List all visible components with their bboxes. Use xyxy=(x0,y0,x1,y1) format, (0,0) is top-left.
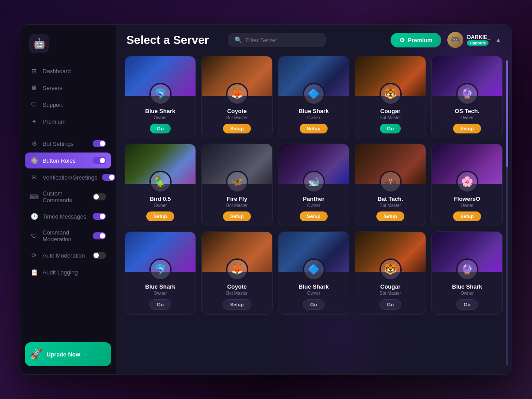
server-avatar: 🦋 xyxy=(226,171,248,193)
scrollbar-track[interactable] xyxy=(506,60,508,365)
auto-mod-icon: ⟳ xyxy=(30,251,38,259)
sidebar-item-label: Audit Logging xyxy=(43,269,78,276)
sidebar-item-label: Auto Moderation xyxy=(43,252,85,259)
search-bar[interactable]: 🔍 xyxy=(228,33,326,47)
server-card[interactable]: 🦇 Bat Tach. Bot Master Setup xyxy=(355,144,426,226)
sidebar-item-dashboard[interactable]: ⊞ Dashboard xyxy=(25,63,111,79)
server-role: Bot Master xyxy=(379,115,401,120)
server-action-button[interactable]: Setup xyxy=(453,211,481,221)
sidebar-item-verification[interactable]: ✉ Verification/Greetings xyxy=(25,169,111,185)
server-action-button[interactable]: Setup xyxy=(376,211,404,221)
user-name: DARKIE_ xyxy=(467,34,490,40)
server-action-button[interactable]: Setup xyxy=(300,211,328,221)
server-action-button[interactable]: Setup xyxy=(223,299,251,310)
server-role: Owner xyxy=(461,203,473,208)
server-card[interactable]: 🐬 Blue Shark Owner Go xyxy=(125,56,196,138)
sidebar-nav: ⊞ Dashboard 🖥 Servers 🛡 Support ✦ Premiu… xyxy=(20,63,116,337)
server-action-button[interactable]: Go xyxy=(150,124,171,133)
server-card[interactable]: 🐋 Panther Owner Setup xyxy=(278,144,349,226)
card-banner: 🔷 xyxy=(278,56,349,96)
server-name: Coyote xyxy=(227,108,246,114)
server-name: Coyote xyxy=(227,283,246,290)
server-card[interactable]: 🦜 Bird 0.5 Owner Setup xyxy=(125,144,196,226)
server-role: Owner xyxy=(154,115,167,120)
sidebar-item-label: Support xyxy=(43,102,63,108)
server-name: FlowersO xyxy=(454,196,480,202)
sidebar-item-audit-logging[interactable]: 📋 Audit Logging xyxy=(25,264,111,280)
timed-messages-toggle[interactable] xyxy=(93,213,106,220)
auto-moderation-toggle[interactable] xyxy=(93,252,106,259)
verification-icon: ✉ xyxy=(30,173,38,181)
sidebar-item-label: Premium xyxy=(43,118,66,125)
server-action-button[interactable]: Go xyxy=(303,299,325,310)
server-role: Bot Master xyxy=(226,291,247,296)
robot-icon: 🤖 xyxy=(33,38,45,49)
user-badge: Upgrade xyxy=(467,40,489,46)
bot-settings-toggle[interactable] xyxy=(93,140,106,147)
verification-toggle[interactable] xyxy=(102,174,115,181)
server-card[interactable]: 🐯 Cougar Bot Master Go xyxy=(355,231,426,315)
server-card[interactable]: 🐯 Cougar Bot Master Go xyxy=(355,56,426,138)
sidebar-item-custom-commands[interactable]: ⌨ Custom Commands xyxy=(25,186,111,207)
server-action-button[interactable]: Go xyxy=(379,299,401,310)
timed-messages-icon: 🕐 xyxy=(30,212,38,220)
server-action-button[interactable]: Setup xyxy=(453,124,481,133)
sidebar-item-timed-messages[interactable]: 🕐 Timed Messages xyxy=(25,208,111,224)
sidebar-item-premium[interactable]: ✦ Premium xyxy=(25,113,111,129)
server-card[interactable]: 🌸 FlowersO Owner Setup xyxy=(431,144,503,226)
moderation-icon: 🛡 xyxy=(30,232,38,240)
card-banner: 🐋 xyxy=(278,144,349,184)
upgrade-banner[interactable]: 🚀 Uprade Now → xyxy=(25,342,111,366)
server-action-button[interactable]: Setup xyxy=(300,124,328,133)
server-card[interactable]: 🦋 Fire Fly Bot Master Setup xyxy=(201,144,273,226)
search-input[interactable] xyxy=(246,37,320,43)
audit-icon: 📋 xyxy=(30,268,38,276)
server-action-button[interactable]: Setup xyxy=(223,124,251,133)
server-action-button[interactable]: Setup xyxy=(146,211,174,221)
server-name: Blue Shark xyxy=(299,108,329,114)
server-avatar: 🔮 xyxy=(456,258,478,281)
server-role: Bot Master xyxy=(226,115,247,120)
avatar: 🎮 xyxy=(447,32,463,48)
server-avatar: 🔷 xyxy=(303,83,325,105)
sidebar-item-command-moderation[interactable]: 🛡 Command Moderation xyxy=(25,225,111,246)
server-avatar: 🐬 xyxy=(149,258,172,281)
card-banner: 🔮 xyxy=(432,232,502,272)
servers-grid: 🐬 Blue Shark Owner Go 🦊 Coyote Bot Maste… xyxy=(125,56,503,315)
server-card[interactable]: 🔷 Blue Shark Owner Setup xyxy=(278,56,349,138)
server-action-button[interactable]: Setup xyxy=(223,211,251,221)
server-role: Owner xyxy=(307,291,320,296)
server-avatar: 🐯 xyxy=(379,258,402,281)
server-action-button[interactable]: Go xyxy=(149,299,171,310)
sidebar-item-bot-settings[interactable]: ⚙ Bot Settings xyxy=(25,136,111,152)
server-card[interactable]: 🔷 Blue Shark Owner Go xyxy=(278,231,349,315)
server-action-button[interactable]: Go xyxy=(380,124,401,133)
server-card[interactable]: 🐬 Blue Shark Owner Go xyxy=(125,231,196,315)
card-banner: 🐯 xyxy=(355,56,426,96)
sidebar-item-label: Servers xyxy=(43,85,63,91)
premium-button[interactable]: ⚙ Premium xyxy=(391,33,442,47)
dashboard-icon: ⊞ xyxy=(30,67,38,75)
server-avatar: 🦊 xyxy=(226,83,248,105)
sidebar-item-label: Custom Commands xyxy=(43,190,88,203)
button-roles-toggle[interactable] xyxy=(93,157,106,164)
sidebar-item-auto-moderation[interactable]: ⟳ Auto Moderation xyxy=(25,247,111,263)
server-name: Blue Shark xyxy=(145,283,176,290)
server-card[interactable]: 🔮 OS Tech. Owner Setup xyxy=(431,56,503,138)
command-moderation-toggle[interactable] xyxy=(93,232,106,239)
server-card[interactable]: 🦊 Coyote Bot Master Setup xyxy=(201,231,273,315)
button-roles-icon: 🔘 xyxy=(30,156,38,164)
server-action-button[interactable]: Go xyxy=(456,299,478,310)
server-card[interactable]: 🦊 Coyote Bot Master Setup xyxy=(201,56,273,138)
sidebar-item-support[interactable]: 🛡 Support xyxy=(25,97,111,113)
server-card[interactable]: 🔮 Blue Shark Owner Go xyxy=(431,231,503,315)
sidebar-item-servers[interactable]: 🖥 Servers xyxy=(25,80,111,96)
servers-icon: 🖥 xyxy=(30,84,38,92)
custom-commands-toggle[interactable] xyxy=(93,193,106,200)
server-role: Owner xyxy=(461,291,473,296)
commands-icon: ⌨ xyxy=(30,193,38,201)
premium-btn-label: Premium xyxy=(408,37,433,43)
server-avatar: 🌸 xyxy=(456,171,478,193)
sidebar-item-button-roles[interactable]: 🔘 Button Roles xyxy=(25,153,111,168)
user-name-section: DARKIE_ Upgrade xyxy=(467,34,490,46)
